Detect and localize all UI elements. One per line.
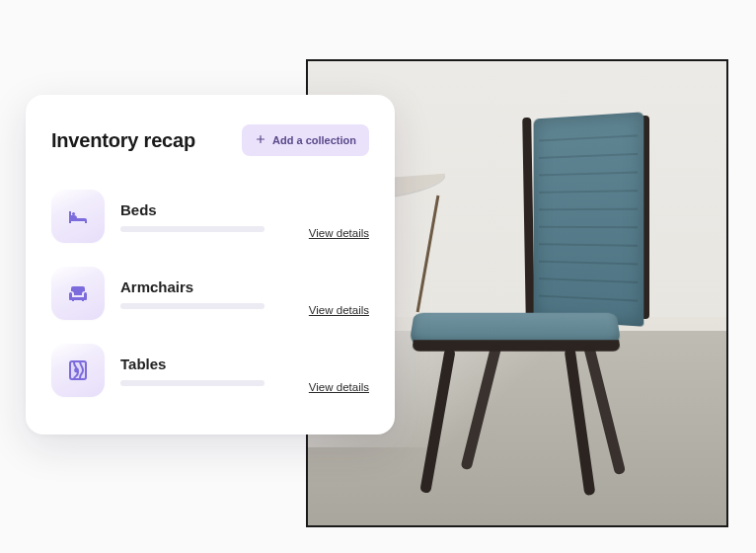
add-collection-label: Add a collection — [272, 134, 356, 146]
progress-bar — [120, 380, 265, 386]
progress-bar — [120, 303, 265, 309]
card-header: Inventory recap Add a collection — [51, 124, 369, 156]
add-collection-button[interactable]: Add a collection — [242, 124, 369, 156]
view-details-link[interactable]: View details — [309, 381, 369, 393]
inventory-recap-card: Inventory recap Add a collection Beds Vi… — [26, 95, 395, 434]
list-item-body: Beds — [120, 201, 293, 232]
item-name: Tables — [120, 356, 293, 372]
list-item-body: Armchairs — [120, 278, 293, 309]
chair-illustration — [407, 116, 653, 471]
list-item: Beds View details — [51, 178, 369, 255]
view-details-link[interactable]: View details — [309, 227, 369, 239]
card-title: Inventory recap — [51, 129, 195, 152]
plus-icon — [255, 133, 266, 147]
bed-icon — [51, 190, 105, 243]
item-name: Beds — [120, 201, 293, 218]
item-name: Armchairs — [120, 278, 293, 295]
wood-icon — [51, 344, 105, 397]
list-item-body: Tables — [120, 356, 293, 386]
list-item: Armchairs View details — [51, 255, 369, 332]
list-item: Tables View details — [51, 332, 369, 409]
svg-point-2 — [75, 369, 78, 372]
view-details-link[interactable]: View details — [309, 304, 369, 316]
svg-point-0 — [72, 212, 75, 215]
progress-bar — [120, 226, 265, 232]
armchair-icon — [51, 267, 105, 320]
